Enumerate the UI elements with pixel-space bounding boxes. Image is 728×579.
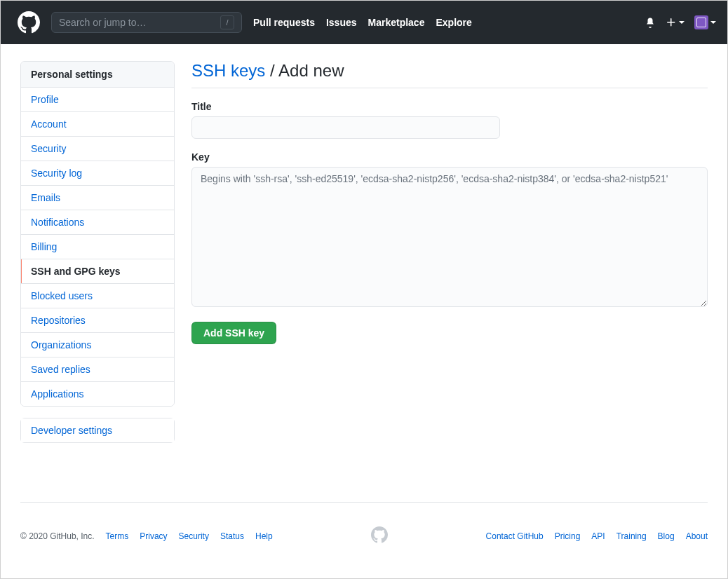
sidebar-item-security-log[interactable]: Security log xyxy=(21,161,174,186)
sidebar-item-account[interactable]: Account xyxy=(21,112,174,137)
title-field-group: Title xyxy=(191,101,708,139)
page-title: SSH keys / Add new xyxy=(191,61,708,88)
sidebar-item-organizations[interactable]: Organizations xyxy=(21,333,174,357)
notifications-icon[interactable] xyxy=(645,17,656,28)
header-right xyxy=(645,15,716,29)
site-footer: © 2020 GitHub, Inc. Terms Privacy Securi… xyxy=(20,502,708,545)
footer-link-status[interactable]: Status xyxy=(220,531,244,541)
key-label: Key xyxy=(191,151,708,163)
search-input[interactable]: Search or jump to… / xyxy=(51,12,242,33)
breadcrumb-separator: / xyxy=(265,61,278,80)
footer-link-help[interactable]: Help xyxy=(255,531,273,541)
nav-pull-requests[interactable]: Pull requests xyxy=(253,17,315,28)
github-logo-icon[interactable] xyxy=(18,11,40,34)
create-new-dropdown[interactable] xyxy=(666,17,685,28)
sidebar-item-developer-settings[interactable]: Developer settings xyxy=(21,418,174,442)
settings-group-developer: Developer settings xyxy=(20,418,175,443)
footer-link-about[interactable]: About xyxy=(686,531,708,541)
footer-link-training[interactable]: Training xyxy=(616,531,647,541)
title-input[interactable] xyxy=(191,116,500,139)
avatar xyxy=(694,15,708,29)
footer-right: Contact GitHub Pricing API Training Blog… xyxy=(486,531,708,541)
sidebar-item-blocked-users[interactable]: Blocked users xyxy=(21,284,174,308)
nav-marketplace[interactable]: Marketplace xyxy=(368,17,425,28)
key-textarea[interactable] xyxy=(191,167,708,307)
footer-link-terms[interactable]: Terms xyxy=(106,531,129,541)
sidebar-item-billing[interactable]: Billing xyxy=(21,235,174,259)
add-ssh-key-button[interactable]: Add SSH key xyxy=(191,322,276,344)
title-label: Title xyxy=(191,101,708,112)
key-field-group: Key xyxy=(191,151,708,309)
sidebar-item-repositories[interactable]: Repositories xyxy=(21,308,174,333)
sidebar-title: Personal settings xyxy=(21,62,174,88)
footer-link-blog[interactable]: Blog xyxy=(658,531,675,541)
primary-nav: Pull requests Issues Marketplace Explore xyxy=(253,17,645,28)
search-placeholder: Search or jump to… xyxy=(59,17,220,28)
breadcrumb-ssh-keys[interactable]: SSH keys xyxy=(191,61,265,80)
sidebar-item-saved-replies[interactable]: Saved replies xyxy=(21,357,174,382)
main-content: SSH keys / Add new Title Key Add SSH key xyxy=(191,61,708,443)
settings-group-personal: Personal settings ProfileAccountSecurity… xyxy=(20,61,175,407)
sidebar-item-ssh-and-gpg-keys[interactable]: SSH and GPG keys xyxy=(21,259,174,284)
footer-link-security[interactable]: Security xyxy=(179,531,209,541)
footer-link-privacy[interactable]: Privacy xyxy=(140,531,167,541)
footer-left: © 2020 GitHub, Inc. Terms Privacy Securi… xyxy=(20,531,273,541)
copyright: © 2020 GitHub, Inc. xyxy=(20,531,95,541)
sidebar-item-security[interactable]: Security xyxy=(21,137,174,161)
sidebar-item-profile[interactable]: Profile xyxy=(21,88,174,112)
sidebar-item-applications[interactable]: Applications xyxy=(21,382,174,406)
user-menu-dropdown[interactable] xyxy=(694,15,716,29)
sidebar-item-notifications[interactable]: Notifications xyxy=(21,210,174,235)
nav-issues[interactable]: Issues xyxy=(326,17,357,28)
chevron-down-icon xyxy=(710,21,716,24)
settings-sidebar: Personal settings ProfileAccountSecurity… xyxy=(20,61,175,443)
footer-link-contact[interactable]: Contact GitHub xyxy=(486,531,544,541)
page-container: Personal settings ProfileAccountSecurity… xyxy=(1,44,727,460)
footer-link-pricing[interactable]: Pricing xyxy=(555,531,581,541)
footer-link-api[interactable]: API xyxy=(591,531,605,541)
github-logo-footer-icon[interactable] xyxy=(371,526,388,545)
nav-explore[interactable]: Explore xyxy=(436,17,471,28)
chevron-down-icon xyxy=(679,21,685,24)
slash-shortcut-icon: / xyxy=(220,15,234,29)
global-header: Search or jump to… / Pull requests Issue… xyxy=(1,1,727,44)
sidebar-item-emails[interactable]: Emails xyxy=(21,186,174,210)
breadcrumb-current: Add new xyxy=(278,61,344,80)
